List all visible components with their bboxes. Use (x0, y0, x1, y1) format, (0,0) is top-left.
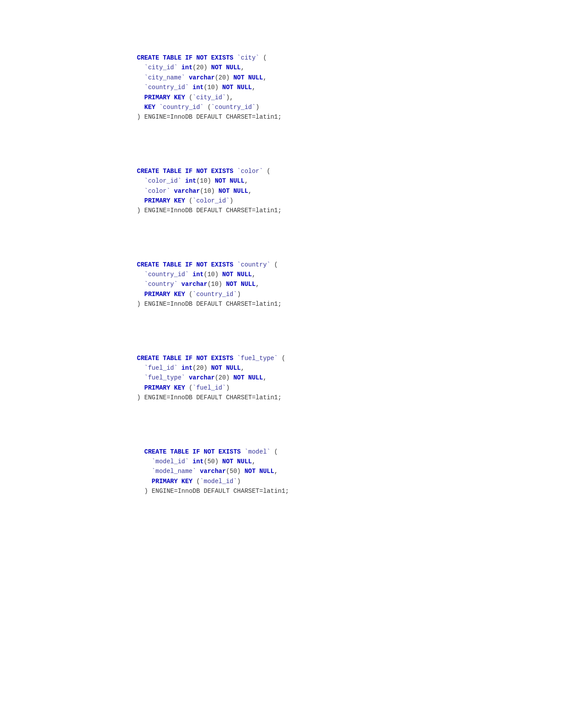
code-line: `city_name` varchar(20) NOT NULL, (137, 73, 563, 83)
sql-keyword: NOT NULL (230, 74, 263, 81)
code-line: CREATE TABLE IF NOT EXISTS `country` ( (137, 260, 563, 270)
sql-text: `city_id` (144, 64, 178, 71)
sql-keyword: NOT NULL (241, 468, 274, 475)
sql-identifier: `city` (237, 54, 259, 61)
sql-keyword: PRIMARY KEY (144, 384, 185, 391)
sql-text: `fuel_type` (144, 374, 185, 381)
sql-keyword: NOT NULL (208, 64, 241, 71)
sql-identifier: `city_id` (193, 94, 226, 101)
code-line: `fuel_type` varchar(20) NOT NULL, (137, 373, 563, 383)
sql-text: `city_name` (144, 74, 185, 81)
sql-text: , (241, 364, 244, 372)
sql-text: (`fuel_id`) (185, 384, 230, 391)
sql-keyword: int (178, 364, 193, 372)
sql-text: `model_id` (152, 458, 189, 465)
sql-keyword: varchar (178, 281, 207, 288)
code-line: PRIMARY KEY (`city_id`), (137, 93, 563, 102)
sql-identifier: `fuel_type` (237, 355, 278, 362)
sql-block-fuel-type-table: CREATE TABLE IF NOT EXISTS `fuel_type` (… (0, 336, 563, 429)
sql-keyword: NOT NULL (219, 84, 252, 91)
sql-text: (10) (200, 188, 215, 195)
sql-text: `model` (245, 448, 271, 455)
sql-text: ( (259, 54, 267, 61)
code-line: `fuel_id` int(20) NOT NULL, (137, 363, 563, 373)
sql-block-city-table: CREATE TABLE IF NOT EXISTS `city` ( `cit… (0, 35, 563, 149)
sql-punctuation: ( (193, 478, 200, 485)
sql-text: , (252, 271, 255, 278)
sql-identifier: `model_name` (152, 468, 196, 475)
sql-text: (20) (193, 364, 208, 372)
sql-punctuation: ) (237, 478, 241, 485)
sql-keyword: varchar (185, 74, 215, 81)
sql-keyword: int (178, 64, 193, 71)
sql-text: `color` (144, 188, 170, 195)
sql-keyword: CREATE TABLE IF NOT EXISTS (137, 261, 237, 268)
sql-keyword: varchar (196, 468, 226, 475)
sql-text: (20) (215, 74, 230, 81)
code-line: `color` varchar(10) NOT NULL, (137, 186, 563, 196)
sql-text: (`model_id`) (193, 478, 241, 485)
sql-text: , (245, 177, 248, 184)
code-line: ) ENGINE=InnoDB DEFAULT CHARSET=latin1; (137, 112, 563, 122)
sql-text: , (274, 468, 278, 475)
sql-identifier: `city_name` (144, 74, 185, 81)
sql-text: (`city_id`), (185, 94, 233, 101)
sql-text: , (252, 458, 255, 465)
sql-text: ) ENGINE=InnoDB DEFAULT CHARSET=latin1; (137, 394, 282, 401)
code-line: KEY `country_id` (`country_id`) (137, 102, 563, 112)
sql-text: (50) (226, 468, 241, 475)
sql-identifier: `country_id` (144, 84, 189, 91)
sql-text: `color_id` (144, 177, 181, 184)
sql-text: `fuel_id` (144, 364, 178, 372)
code-line: `model_name` varchar(50) NOT NULL, (137, 466, 563, 476)
sql-block-color-table: CREATE TABLE IF NOT EXISTS `color` ( `co… (0, 149, 563, 242)
sql-text: `color` (237, 168, 263, 175)
sql-text: (10) (208, 281, 223, 288)
sql-text: , (241, 64, 244, 71)
sql-text: `country_id` (144, 271, 189, 278)
sql-punctuation: ( (185, 291, 193, 298)
sql-keyword: NOT NULL (215, 188, 248, 195)
code-line: CREATE TABLE IF NOT EXISTS `model` ( (137, 447, 563, 457)
sql-identifier: `city_id` (144, 64, 178, 71)
sql-punctuation: ) (226, 384, 230, 391)
code-line: CREATE TABLE IF NOT EXISTS `fuel_type` ( (137, 353, 563, 363)
sql-keyword: PRIMARY KEY (152, 478, 193, 485)
sql-punctuation: ( (185, 197, 193, 204)
sql-text: (20) (215, 374, 230, 381)
sql-identifier: `country` (237, 261, 271, 268)
code-line: `model_id` int(50) NOT NULL, (137, 457, 563, 466)
sql-identifier: `country_id` (211, 104, 256, 111)
sql-keyword: KEY (144, 104, 155, 111)
sql-text: (`country_id`) (185, 291, 241, 298)
sql-punctuation: ( (185, 94, 193, 101)
sql-text: ) ENGINE=InnoDB DEFAULT CHARSET=latin1; (137, 300, 282, 308)
code-line: PRIMARY KEY (`model_id`) (137, 477, 563, 486)
sql-text: , (263, 74, 267, 81)
sql-keyword: NOT NULL (222, 281, 256, 288)
sql-text: `country_id` (`country_id`) (155, 104, 259, 111)
sql-keyword: NOT NULL (211, 177, 245, 184)
sql-keyword: PRIMARY KEY (144, 197, 185, 204)
sql-text: (10) (204, 271, 219, 278)
sql-text: ( (278, 355, 285, 362)
sql-identifier: `fuel_id` (193, 384, 226, 391)
sql-keyword: NOT NULL (219, 458, 252, 465)
sql-block-model-table: CREATE TABLE IF NOT EXISTS `model` ( `mo… (0, 429, 563, 523)
sql-identifier: `country_id` (193, 291, 237, 298)
sql-keyword: int (189, 458, 204, 465)
sql-keyword: PRIMARY KEY (144, 291, 185, 298)
sql-identifier: `country_id` (144, 271, 189, 278)
sql-identifier: `color` (144, 188, 170, 195)
sql-text: (`color_id`) (185, 197, 233, 204)
code-line: ) ENGINE=InnoDB DEFAULT CHARSET=latin1; (137, 393, 563, 402)
sql-text: , (263, 374, 267, 381)
sql-keyword: int (189, 84, 204, 91)
code-line: PRIMARY KEY (`color_id`) (137, 196, 563, 206)
sql-keyword: varchar (185, 374, 215, 381)
code-line: `city_id` int(20) NOT NULL, (137, 63, 563, 72)
sql-keyword: NOT NULL (230, 374, 263, 381)
sql-punctuation: ) (230, 197, 233, 204)
sql-text: (10) (196, 177, 211, 184)
sql-keyword: PRIMARY KEY (144, 94, 185, 101)
